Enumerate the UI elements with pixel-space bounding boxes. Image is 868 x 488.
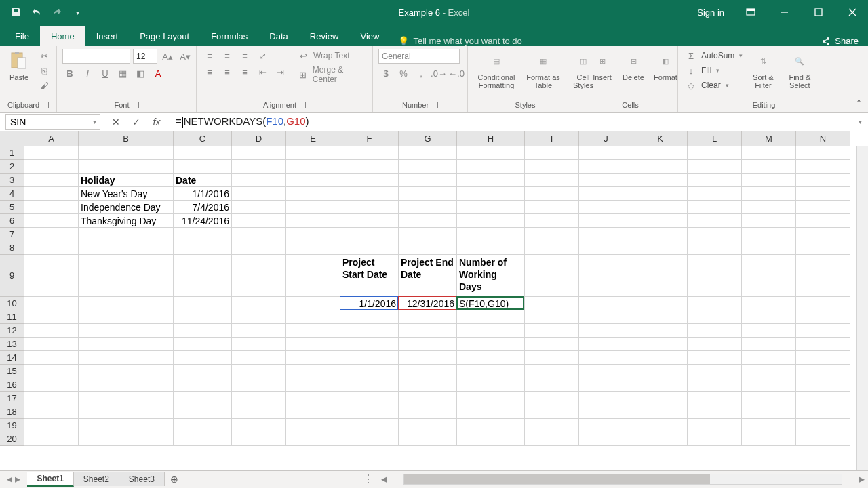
cell[interactable] <box>742 297 796 310</box>
cell[interactable] <box>232 241 286 255</box>
tab-formulas[interactable]: Formulas <box>200 26 258 46</box>
cell[interactable] <box>232 187 286 201</box>
cell[interactable] <box>457 365 525 378</box>
accounting-icon[interactable]: $ <box>378 66 393 80</box>
cell[interactable] <box>286 214 340 228</box>
cell[interactable] <box>232 405 286 419</box>
cell[interactable] <box>24 365 79 378</box>
merge-center-button[interactable]: ⊞Merge & Center <box>296 65 367 84</box>
undo-icon[interactable] <box>30 5 43 19</box>
row-header[interactable]: 10 <box>0 297 24 310</box>
cell[interactable] <box>579 146 633 160</box>
cell[interactable] <box>232 255 286 297</box>
tab-file[interactable]: File <box>4 26 40 46</box>
cell[interactable] <box>232 297 286 310</box>
cell[interactable] <box>232 378 286 392</box>
align-left-icon[interactable]: ≡ <box>202 65 217 79</box>
column-header[interactable]: A <box>24 131 79 146</box>
cell[interactable] <box>79 324 174 338</box>
cell[interactable] <box>633 351 688 365</box>
cell[interactable] <box>286 160 340 174</box>
cell[interactable] <box>742 241 796 255</box>
cell[interactable] <box>232 432 286 446</box>
cell[interactable] <box>286 432 340 446</box>
cell[interactable] <box>286 378 340 392</box>
cell[interactable] <box>579 214 633 228</box>
cell[interactable] <box>525 365 579 378</box>
cell[interactable] <box>232 324 286 338</box>
cell[interactable]: S(F10,G10) <box>457 297 525 310</box>
minimize-icon[interactable] <box>769 0 800 24</box>
alignment-launcher-icon[interactable] <box>299 102 306 108</box>
cell[interactable] <box>796 187 850 201</box>
cell[interactable] <box>633 160 688 174</box>
cell[interactable] <box>579 297 633 310</box>
column-header[interactable]: J <box>579 131 633 146</box>
redo-icon[interactable] <box>50 5 64 19</box>
font-color-icon[interactable]: A <box>151 66 165 80</box>
cell[interactable] <box>742 160 796 174</box>
cell[interactable] <box>525 241 579 255</box>
cell[interactable] <box>340 338 399 351</box>
cell[interactable] <box>579 187 633 201</box>
cell[interactable] <box>525 392 579 405</box>
cell[interactable] <box>340 214 399 228</box>
cell[interactable] <box>79 228 174 241</box>
tab-view[interactable]: View <box>349 26 390 46</box>
cell[interactable] <box>796 160 850 174</box>
cell[interactable] <box>399 310 457 324</box>
tab-insert[interactable]: Insert <box>85 26 130 46</box>
collapse-ribbon-icon[interactable]: ˄ <box>850 96 868 112</box>
cell[interactable] <box>286 419 340 432</box>
cell[interactable] <box>79 365 174 378</box>
cell[interactable]: New Year's Day <box>79 187 174 201</box>
row-header[interactable]: 17 <box>0 392 24 405</box>
align-bottom-icon[interactable]: ≡ <box>237 49 252 62</box>
cell[interactable] <box>24 419 79 432</box>
cell[interactable] <box>796 392 850 405</box>
cell[interactable] <box>742 324 796 338</box>
cell[interactable] <box>399 392 457 405</box>
cell[interactable] <box>24 351 79 365</box>
select-all-corner[interactable] <box>0 131 24 146</box>
cell[interactable] <box>796 432 850 446</box>
name-box-dropdown-icon[interactable]: ▾ <box>89 118 100 125</box>
cell[interactable] <box>340 228 399 241</box>
cell[interactable] <box>24 187 79 201</box>
cell[interactable] <box>232 146 286 160</box>
cell[interactable] <box>457 432 525 446</box>
cell[interactable] <box>286 365 340 378</box>
cell[interactable] <box>232 338 286 351</box>
number-format-select[interactable] <box>378 49 460 64</box>
cell[interactable] <box>742 378 796 392</box>
sign-in-link[interactable]: Sign in <box>689 7 732 18</box>
cell[interactable] <box>525 405 579 419</box>
cell[interactable] <box>232 228 286 241</box>
cell[interactable] <box>340 365 399 378</box>
cell[interactable] <box>286 255 340 297</box>
cell[interactable] <box>688 378 742 392</box>
cell[interactable] <box>457 310 525 324</box>
cell[interactable] <box>457 351 525 365</box>
row-header[interactable]: 11 <box>0 310 24 324</box>
cell[interactable] <box>579 338 633 351</box>
cell[interactable] <box>174 160 232 174</box>
cell[interactable] <box>633 378 688 392</box>
cell[interactable] <box>174 432 232 446</box>
cell[interactable] <box>24 241 79 255</box>
row-header[interactable]: 3 <box>0 174 24 187</box>
cell[interactable] <box>24 146 79 160</box>
cell[interactable] <box>399 432 457 446</box>
cell[interactable] <box>579 324 633 338</box>
cell[interactable] <box>633 432 688 446</box>
cell[interactable] <box>286 324 340 338</box>
cell[interactable] <box>24 405 79 419</box>
cell[interactable] <box>340 310 399 324</box>
cell[interactable]: 7/4/2016 <box>174 201 232 214</box>
cell[interactable] <box>579 174 633 187</box>
cell[interactable] <box>286 310 340 324</box>
cell[interactable] <box>742 432 796 446</box>
cell[interactable] <box>24 160 79 174</box>
cell[interactable] <box>633 187 688 201</box>
cell[interactable] <box>633 146 688 160</box>
